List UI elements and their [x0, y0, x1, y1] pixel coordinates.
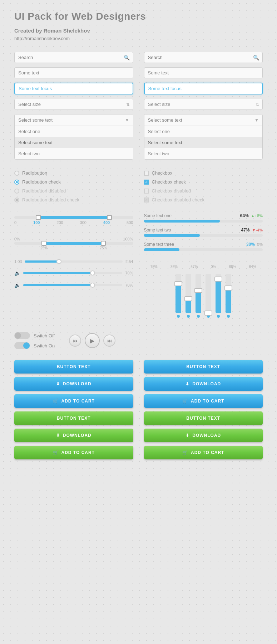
player-next-button[interactable]: ⏭: [103, 335, 115, 347]
vert-handle-6[interactable]: [224, 286, 232, 291]
audio-track[interactable]: [25, 260, 123, 263]
text-input-right[interactable]: [144, 67, 263, 78]
btn-blue-text-left[interactable]: BUTTON TEXT: [14, 360, 133, 374]
select-size-left[interactable]: Select size: [14, 99, 133, 110]
vert-track-1[interactable]: [175, 274, 181, 313]
progress-label-2: Some text two: [144, 228, 171, 233]
progress-pct-3: 30%: [246, 242, 255, 247]
audio-handle[interactable]: [56, 259, 61, 264]
vert-sliders-wrap: [144, 270, 263, 321]
btn-green-cart-left[interactable]: 🛒 ADD TO CART: [14, 446, 133, 459]
dropdown-item-3-left[interactable]: Select two: [15, 148, 133, 159]
progress-change-2: ▼-4%: [252, 228, 263, 232]
search-input-left[interactable]: [14, 52, 133, 63]
radio-circle-normal: [14, 171, 19, 176]
progress-bar-fill-1: [144, 220, 220, 223]
radio-circle-disabled-check: [14, 197, 19, 203]
checkbox-label-normal: Checkbox: [152, 170, 173, 176]
select-size-wrap-left: Select size ⇅: [14, 99, 133, 110]
pct-slider-fill: [44, 242, 103, 245]
download-icon-left: ⬇: [56, 381, 60, 386]
vert-track-5[interactable]: [216, 274, 221, 313]
vol-fill-2: [23, 284, 93, 286]
dropdown-item-1-right[interactable]: Select one: [144, 126, 263, 137]
vert-slider-4: [206, 274, 211, 318]
btn-green-download-right[interactable]: ⬇ DOWNLOAD: [144, 429, 263, 442]
radio-circle-checked: [14, 180, 19, 185]
vert-slider-2: [186, 274, 191, 318]
btn-blue-download-right[interactable]: ⬇ DOWNLOAD: [144, 377, 263, 391]
checkbox-label-checked: Checkbox check: [152, 179, 186, 185]
vert-track-6[interactable]: [226, 274, 231, 313]
btn-blue-cart-left[interactable]: 🛒 ADD TO CART: [14, 394, 133, 408]
cb-box-normal: [144, 171, 149, 176]
vert-handle-2[interactable]: [184, 296, 192, 301]
text-focus-input-left[interactable]: [14, 83, 133, 94]
dropdown-item-1-left[interactable]: Select one: [15, 126, 133, 137]
checkbox-item-normal[interactable]: Checkbox: [144, 170, 263, 176]
switch-off-knob: [15, 332, 21, 339]
switch-off-row: Switch Off: [14, 332, 55, 339]
btn-green-download-left[interactable]: ⬇ DOWNLOAD: [14, 429, 133, 442]
dropdown-header-left[interactable]: Select some text ▼: [15, 114, 133, 126]
vert-track-4[interactable]: [206, 274, 211, 313]
btn-blue-download-left[interactable]: ⬇ DOWNLOAD: [14, 377, 133, 391]
radio-item-checked[interactable]: Radiobutton check: [14, 179, 133, 185]
switch-off-track[interactable]: [14, 332, 30, 339]
vol-track-2[interactable]: [23, 284, 122, 286]
download-icon-green-left: ⬇: [56, 433, 60, 438]
vol-handle-1[interactable]: [90, 270, 95, 275]
vert-track-2[interactable]: [186, 274, 191, 313]
dropdown-item-3-right[interactable]: Select two: [144, 148, 263, 159]
progress-pct-1: 64%: [240, 213, 249, 218]
btn-green-text-right[interactable]: BUTTON TEXT: [144, 411, 263, 425]
radio-label-disabled-check: Radiobutton disabled check: [22, 197, 79, 203]
dropdown-arrow-left: ▼: [125, 118, 129, 123]
switch-on-track[interactable]: [14, 342, 30, 349]
vert-handle-5[interactable]: [214, 277, 222, 282]
range-slider-handle-right[interactable]: [107, 215, 112, 220]
progress-label-1: Some text one: [144, 213, 172, 218]
player-play-button[interactable]: ▶: [85, 333, 100, 348]
dropdown-header-right[interactable]: Select some text ▼: [144, 114, 263, 126]
vol-fill-1: [23, 272, 93, 274]
audio-time-start: 1:03: [14, 259, 22, 264]
page-title: UI Pack for Web Designers: [14, 11, 263, 22]
dropdown-item-2-left[interactable]: Select some text: [15, 137, 133, 148]
cart-icon-green-right: 🛒: [182, 450, 188, 455]
select-size-right[interactable]: Select size: [144, 99, 263, 110]
vert-handle-3[interactable]: [194, 288, 202, 293]
btn-green-text-left[interactable]: BUTTON TEXT: [14, 411, 133, 425]
progress-bar-track-2: [144, 234, 263, 237]
vert-handle-4[interactable]: [204, 311, 212, 316]
checkbox-item-checked[interactable]: Checkbox check: [144, 179, 263, 185]
btn-blue-text-right[interactable]: BUTTON TEXT: [144, 360, 263, 374]
dropdown-item-2-right[interactable]: Select some text: [144, 137, 263, 148]
text-focus-input-right[interactable]: [144, 83, 263, 94]
player-prev-button[interactable]: ⏮: [69, 335, 81, 347]
pct-slider-handle-right[interactable]: [101, 241, 106, 246]
download-icon-right: ⬇: [186, 381, 189, 386]
btn-blue-cart-right[interactable]: 🛒 ADD TO CART: [144, 394, 263, 408]
volume-slider-2: 🔈 70%: [14, 282, 133, 288]
url-text: http://romanshelekhov.com: [14, 36, 263, 41]
pct-slider-track[interactable]: [14, 242, 133, 245]
range-slider-fill: [38, 216, 110, 219]
pct-slider-handle-left[interactable]: [41, 241, 46, 246]
range-slider-handle-left[interactable]: [36, 215, 41, 220]
vert-slider-3: [196, 274, 201, 318]
vol-handle-2[interactable]: [90, 283, 95, 288]
player-controls: ⏮ ▶ ⏭: [69, 333, 115, 348]
range-slider-track[interactable]: [14, 216, 133, 219]
text-input-left[interactable]: [14, 67, 133, 78]
subtitle: Created by Roman Shelekhov: [14, 28, 263, 34]
switch-off-label: Switch Off: [34, 333, 55, 338]
radio-item-normal[interactable]: Radiobutton: [14, 170, 133, 176]
progress-item-3: Some text three 30% 0%: [144, 242, 263, 251]
btn-green-cart-right[interactable]: 🛒 ADD TO CART: [144, 446, 263, 459]
vol-track-1[interactable]: [23, 272, 122, 274]
vert-handle-1[interactable]: [174, 281, 182, 286]
checkbox-group: Checkbox Checkbox check Checkbox disable…: [144, 170, 263, 203]
vert-track-3[interactable]: [196, 274, 201, 313]
search-input-right[interactable]: [144, 52, 263, 63]
